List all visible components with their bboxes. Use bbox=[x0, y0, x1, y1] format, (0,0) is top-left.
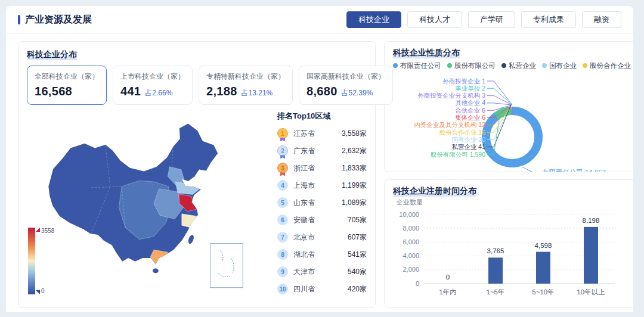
enterprise-distribution-title: 科技企业分布 bbox=[27, 49, 77, 60]
y-tick-label: 6,000 bbox=[402, 238, 419, 245]
enterprise-nature-title: 科技企业性质分布 bbox=[393, 47, 460, 58]
region-count: 607家 bbox=[348, 232, 367, 243]
header: 产业资源及发展 科技企业科技人才产学研专利成果融资 bbox=[6, 6, 633, 34]
label-leader-line bbox=[522, 167, 539, 172]
rank-medal-icon: 4 bbox=[277, 180, 288, 191]
legend-max-label: 3558 bbox=[41, 228, 54, 234]
x-tick-label: 1年内 bbox=[439, 288, 456, 296]
stat-label: 专精特新科技企业（家） bbox=[206, 72, 285, 82]
tab-科技企业[interactable]: 科技企业 bbox=[346, 11, 401, 28]
legend-dot-icon bbox=[583, 63, 587, 68]
top10-row: 10四川省420家 bbox=[277, 281, 367, 298]
region-name: 安徽省 bbox=[293, 215, 348, 225]
legend-dot-icon bbox=[542, 63, 547, 68]
y-tick-label: 8,000 bbox=[402, 225, 419, 232]
y-tick-label: 10,000 bbox=[399, 210, 419, 217]
top10-row: 5山东省1,089家 bbox=[277, 194, 367, 212]
pie-label: 内资企业及其分支机构 12 bbox=[414, 121, 485, 128]
top10-title: 排名Top10区域 bbox=[277, 111, 367, 122]
south-china-sea-inset bbox=[210, 243, 243, 287]
bar-10年以上[interactable] bbox=[584, 227, 598, 284]
pie-label: 外商投资企业分支机构 3 bbox=[417, 92, 485, 99]
stat-card-2[interactable]: 上市科技企业（家）441占2.66% bbox=[113, 66, 193, 105]
legend-item-股份有限公司[interactable]: 股份有限公司 bbox=[447, 61, 496, 70]
stat-value: 2,188 bbox=[206, 85, 237, 98]
rank-medal-icon: 7 bbox=[277, 232, 288, 243]
legend-dot-icon bbox=[447, 63, 452, 68]
top10-row: 8湖北省541家 bbox=[277, 246, 367, 263]
tab-专利成果[interactable]: 专利成果 bbox=[521, 11, 576, 28]
pie-label: 私营企业 41 bbox=[451, 143, 485, 150]
right-column: 科技企业性质分布 有限责任公司股份有限公司私营企业国有企业股份合作企业内◀1/3… bbox=[384, 41, 633, 308]
pie-label: 集体企业 6 bbox=[455, 114, 485, 121]
region-count: 1,833家 bbox=[342, 163, 367, 173]
region-count: 705家 bbox=[348, 215, 367, 225]
page-title: 产业资源及发展 bbox=[25, 14, 92, 26]
map-region-taiwan bbox=[187, 234, 195, 244]
legend-label: 股份有限公司 bbox=[454, 61, 496, 70]
legend-label: 股份合作企业 bbox=[590, 61, 631, 70]
rank-medal-icon: 9 bbox=[277, 266, 288, 277]
tab-产学研[interactable]: 产学研 bbox=[468, 11, 515, 28]
pie-label: 国有企业 30 bbox=[451, 136, 485, 143]
stat-card-4[interactable]: 国家高新科技企业（家）8,680占52.39% bbox=[299, 66, 393, 105]
left-body: 3558 0 排名Top10区域 1江苏省3,558家2广东省2,632家3浙江… bbox=[27, 107, 367, 304]
stat-cards: 全部科技企业（家）16,568上市科技企业（家）441占2.66%专精特新科技企… bbox=[27, 66, 367, 105]
stat-card-3[interactable]: 专精特新科技企业（家）2,188占13.21% bbox=[199, 66, 293, 105]
region-name: 江苏省 bbox=[293, 129, 342, 139]
tab-融资[interactable]: 融资 bbox=[582, 11, 621, 28]
bar-5~10年[interactable] bbox=[536, 252, 550, 284]
nature-legend: 有限责任公司股份有限公司私营企业国有企业股份合作企业内◀1/3▶ bbox=[393, 61, 633, 70]
rank-medal-icon: 8 bbox=[277, 249, 288, 260]
time-chart[interactable]: 企业数量02,0004,0006,0008,00010,00001年内3,765… bbox=[393, 197, 623, 299]
pie-label: 其他企业 4 bbox=[455, 99, 485, 106]
top10-list: 1江苏省3,558家2广东省2,632家3浙江省1,833家4上海市1,199家… bbox=[277, 125, 367, 298]
china-map[interactable] bbox=[27, 112, 277, 304]
title-accent-bar bbox=[18, 15, 20, 24]
pie-segment-有限责任公司[interactable] bbox=[486, 111, 538, 163]
legend-item-有限责任公司[interactable]: 有限责任公司 bbox=[393, 61, 441, 70]
y-tick-label: 0 bbox=[416, 279, 419, 287]
bar-value-label: 0 bbox=[446, 274, 450, 281]
tab-bar: 科技企业科技人才产学研专利成果融资 bbox=[346, 11, 621, 28]
rank-medal-icon: 3 bbox=[277, 163, 288, 173]
region-name: 四川省 bbox=[293, 284, 348, 294]
page-title-wrap: 产业资源及发展 bbox=[18, 14, 92, 26]
stat-card-1[interactable]: 全部科技企业（家）16,568 bbox=[27, 66, 107, 105]
region-count: 540家 bbox=[348, 267, 367, 277]
stat-percent: 占13.21% bbox=[242, 88, 273, 98]
stat-label: 上市科技企业（家） bbox=[120, 72, 185, 82]
legend-dot-icon bbox=[393, 63, 398, 68]
stat-percent: 占52.39% bbox=[342, 88, 373, 98]
y-axis-title: 企业数量 bbox=[396, 198, 423, 206]
region-count: 541家 bbox=[348, 250, 367, 260]
region-name: 北京市 bbox=[293, 232, 348, 243]
tab-科技人才[interactable]: 科技人才 bbox=[407, 11, 462, 28]
map-color-legend: 3558 0 bbox=[28, 228, 64, 294]
registration-time-title: 科技企业注册时间分布 bbox=[393, 185, 476, 197]
legend-item-私营企业[interactable]: 私营企业 bbox=[501, 61, 536, 70]
legend-max-marker-icon bbox=[36, 228, 40, 232]
map-wrap: 3558 0 bbox=[27, 107, 277, 304]
bar-1~5年[interactable] bbox=[488, 257, 503, 284]
map-region-hainan bbox=[153, 268, 159, 273]
stat-label: 全部科技企业（家） bbox=[35, 72, 99, 82]
legend-item-国有企业[interactable]: 国有企业 bbox=[542, 61, 577, 70]
pie-label: 外商投资企业 1 bbox=[442, 77, 485, 84]
region-count: 1,089家 bbox=[342, 198, 367, 208]
rank-medal-icon: 6 bbox=[277, 215, 288, 225]
main: 科技企业分布 全部科技企业（家）16,568上市科技企业（家）441占2.66%… bbox=[6, 34, 633, 312]
panel-enterprise-nature: 科技企业性质分布 有限责任公司股份有限公司私营企业国有企业股份合作企业内◀1/3… bbox=[384, 41, 633, 172]
nature-chart[interactable]: 外商投资企业 1事业单位 2外商投资企业分支机构 3其他企业 4合伙企业 6集体… bbox=[393, 70, 623, 172]
top10-row: 1江苏省3,558家 bbox=[277, 125, 367, 142]
bar-value-label: 4,598 bbox=[535, 242, 552, 249]
region-name: 天津市 bbox=[293, 267, 348, 277]
pie-label: 有限责任公司 14,857 bbox=[542, 169, 606, 172]
region-count: 420家 bbox=[348, 284, 367, 294]
stat-value: 16,568 bbox=[35, 85, 72, 98]
rank-medal-icon: 10 bbox=[277, 284, 288, 294]
legend-label: 国有企业 bbox=[549, 61, 577, 70]
stat-label: 国家高新科技企业（家） bbox=[306, 72, 385, 82]
pie-label: 股份合作企业 16 bbox=[439, 128, 485, 135]
legend-item-股份合作企业[interactable]: 股份合作企业 bbox=[583, 61, 631, 70]
